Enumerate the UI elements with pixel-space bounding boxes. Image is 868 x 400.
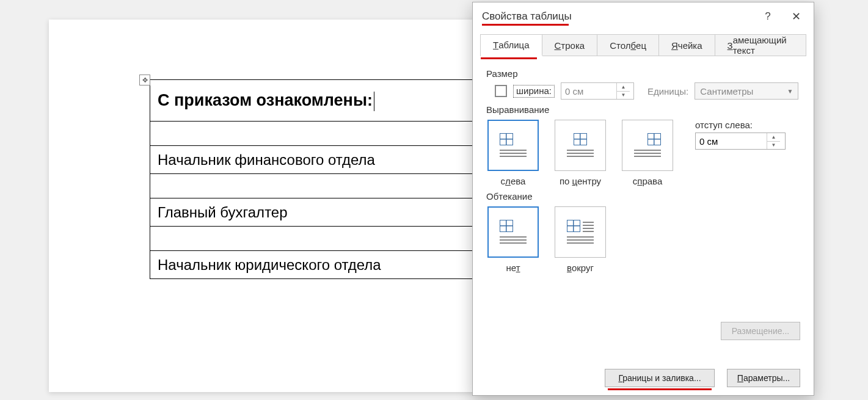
table-cell[interactable]: С приказом ознакомлены:	[150, 80, 473, 122]
align-right-option[interactable]: справа	[621, 120, 674, 186]
group-alignment-label: Выравнивание	[486, 104, 800, 115]
tab-label: аблица	[498, 40, 529, 50]
table-cell[interactable]	[150, 122, 473, 146]
tab-row[interactable]: Строка	[542, 35, 598, 56]
text-cursor	[374, 92, 374, 111]
width-checkbox-label[interactable]: ширина:	[513, 85, 555, 98]
table-cell[interactable]	[150, 227, 473, 251]
table-cell[interactable]: Начальник финансового отдела	[150, 146, 473, 174]
wrap-none-option[interactable]: нет	[486, 206, 540, 273]
width-spinner[interactable]: ▲▼	[561, 82, 634, 100]
units-label: Единицы:	[647, 86, 688, 96]
wrap-around-icon	[567, 220, 594, 244]
align-center-option[interactable]: по центру	[553, 120, 607, 186]
width-checkbox[interactable]	[495, 85, 507, 97]
dialog-tabstrip: Таблица Строка Столбец Ячейка Замещающий…	[480, 34, 806, 56]
indent-input[interactable]	[696, 133, 767, 149]
placement-button: Размещение...	[721, 322, 800, 340]
dialog-title: Свойства таблицы	[482, 10, 572, 23]
option-label: по центру	[553, 176, 607, 186]
tab-cell[interactable]: Ячейка	[659, 35, 715, 56]
borders-fill-button[interactable]: Границы и заливка...	[605, 369, 715, 387]
table-cell[interactable]	[150, 174, 473, 198]
button-label: Параметры...	[737, 373, 790, 383]
wrap-around-option[interactable]: вокруг	[553, 206, 607, 273]
wrap-none-icon	[500, 220, 527, 244]
dialog-titlebar[interactable]: Свойства таблицы ? ✕	[473, 2, 814, 31]
spinner-buttons[interactable]: ▲▼	[616, 83, 630, 99]
table-cell-text: С приказом ознакомлены:	[158, 91, 373, 109]
table-cell-text: Начальник юридического отдела	[158, 256, 381, 273]
align-center-icon	[567, 133, 594, 158]
close-icon: ✕	[792, 10, 801, 23]
annotation-underline	[482, 24, 569, 26]
button-label: Размещение...	[732, 326, 790, 336]
dialog-bottom-row: Границы и заливка... Параметры...	[473, 361, 814, 395]
annotation-underline	[608, 388, 712, 390]
indent-label: отступ слева:	[695, 120, 786, 130]
table-cell-text: Начальник финансового отдела	[158, 151, 375, 168]
tab-label: ец	[636, 40, 646, 51]
chevron-down-icon[interactable]: ▼	[767, 142, 780, 150]
chevron-down-icon: ▼	[787, 88, 793, 95]
close-button[interactable]: ✕	[782, 2, 810, 31]
table-move-handle-icon[interactable]: ✥	[139, 75, 150, 85]
units-select[interactable]: Сантиметры ▼	[695, 82, 798, 100]
tab-alt-text[interactable]: Замещающий текст	[715, 35, 806, 56]
group-size-label: Размер	[486, 68, 800, 79]
chevron-down-icon[interactable]: ▼	[617, 92, 630, 100]
button-label: Границы и заливка...	[618, 373, 701, 383]
tab-column[interactable]: Столбец	[597, 35, 659, 56]
table-properties-dialog: Свойства таблицы ? ✕ Таблица Строка Стол…	[472, 2, 814, 396]
option-label: вокруг	[553, 263, 607, 273]
align-left-icon	[500, 133, 527, 158]
help-button[interactable]: ?	[754, 2, 782, 31]
tab-label: чейка	[678, 40, 702, 51]
align-left-option[interactable]: слева	[486, 120, 540, 186]
chevron-up-icon[interactable]: ▲	[767, 133, 780, 142]
dialog-title-text: Свойства таблицы	[482, 10, 572, 22]
document-table[interactable]: С приказом ознакомлены: Начальник финанс…	[150, 79, 473, 279]
chevron-up-icon[interactable]: ▲	[617, 83, 630, 92]
tab-label: трока	[561, 40, 585, 51]
spinner-buttons[interactable]: ▲▼	[767, 133, 780, 149]
option-label: справа	[621, 176, 674, 186]
option-label: нет	[486, 263, 540, 273]
units-value: Сантиметры	[700, 86, 753, 96]
table-cell-text: Главный бухгалтер	[158, 204, 288, 220]
tab-table[interactable]: Таблица	[481, 35, 542, 56]
tab-label: амещающий текст	[733, 35, 793, 56]
align-right-icon	[634, 133, 661, 158]
table-cell[interactable]: Начальник юридического отдела	[150, 251, 473, 279]
indent-block: отступ слева: ▲▼	[695, 120, 786, 150]
width-input[interactable]	[561, 83, 616, 99]
group-wrap-label: Обтекание	[486, 191, 800, 202]
help-icon: ?	[765, 10, 770, 23]
option-label: слева	[486, 176, 540, 186]
params-button[interactable]: Параметры...	[727, 369, 800, 387]
dialog-body: Размер ширина: ▲▼ Единицы: Сантиметры ▼ …	[473, 56, 814, 395]
indent-spinner[interactable]: ▲▼	[695, 133, 786, 150]
table-cell[interactable]: Главный бухгалтер	[150, 198, 473, 227]
